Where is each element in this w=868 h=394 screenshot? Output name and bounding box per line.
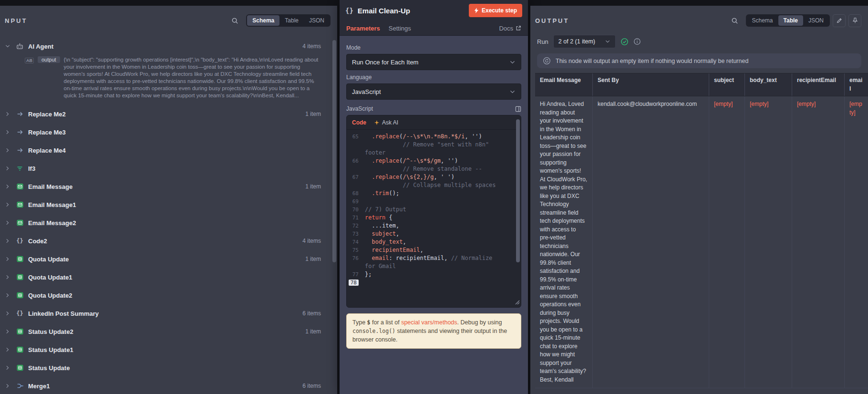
code-line[interactable]: // Collapse multiple spaces (347, 181, 521, 189)
resize-handle-icon[interactable] (515, 299, 520, 306)
input-node-if3[interactable]: If3 (0, 159, 337, 177)
input-node-merge1[interactable]: Merge16 items (0, 377, 337, 394)
input-node-quota-update1[interactable]: Quota Update1 (0, 268, 337, 286)
code-line[interactable]: 66 .replace(/^--\s*$/gm, '') (347, 157, 521, 165)
input-node-code2[interactable]: {}Code24 items (0, 232, 337, 250)
input-node-email-message[interactable]: Email Message1 item (0, 177, 337, 196)
input-scrollbar[interactable] (332, 34, 336, 392)
tab-table[interactable]: Table (279, 15, 304, 26)
item-count: 1 item (305, 328, 321, 335)
code-line[interactable]: 74 body_text, (347, 238, 521, 246)
arrow-icon (15, 110, 24, 118)
code-line[interactable]: 73 subject, (347, 230, 521, 238)
tab-table[interactable]: Table (778, 15, 803, 26)
input-node-quota-update2[interactable]: Quota Update2 (0, 286, 337, 304)
input-node-status-update2[interactable]: Status Update21 item (0, 322, 337, 341)
input-node-replace-me2[interactable]: Replace Me21 item (0, 105, 337, 123)
chevron-right-icon[interactable] (5, 129, 11, 135)
chevron-right-icon[interactable] (5, 202, 11, 207)
run-select[interactable]: 2 of 2 (1 item) (553, 35, 616, 48)
code-line[interactable]: // Remove "sent with n8n" (347, 141, 521, 149)
code-text: recipientEmail, (365, 246, 521, 254)
info-icon[interactable] (633, 38, 641, 45)
code-line[interactable]: 75 recipientEmail, (347, 246, 521, 254)
code-text: .replace(/--\s*\n.*n8n.*$/i, '') (365, 133, 521, 141)
chevron-right-icon[interactable] (5, 166, 11, 171)
tab-schema[interactable]: Schema (247, 15, 279, 26)
table-row[interactable]: Hi Andrea, Loved reading about your invo… (535, 96, 868, 388)
tab-ask-ai[interactable]: Ask AI (374, 119, 398, 126)
code-area[interactable]: 65 .replace(/--\s*\n.*n8n.*$/i, '') // R… (347, 130, 521, 307)
code-editor[interactable]: Code Ask AI 65 .replace(/--\s*\n.*n8n.*$… (346, 115, 521, 308)
table-cell-sent-by: kendall.cook@cloudworkproonline.com (593, 96, 709, 388)
input-node-ai-agent[interactable]: AI Agent4 items (0, 37, 337, 55)
field-name-pill[interactable]: output (38, 56, 60, 63)
chevron-right-icon[interactable] (5, 147, 11, 153)
code-line[interactable]: 67 .replace(/\s{2,}/g, ' ') (347, 173, 521, 181)
chevron-right-icon[interactable] (5, 184, 11, 189)
code-scrollbar-thumb[interactable] (516, 119, 520, 262)
chevron-right-icon[interactable] (5, 274, 11, 280)
output-panel-title: OUTPUT (535, 17, 569, 24)
code-line[interactable]: for Gmail (347, 262, 521, 270)
expand-editor-icon[interactable] (515, 106, 521, 112)
input-node-quota-update[interactable]: Quota Update1 item (0, 250, 337, 268)
line-number: 72 (347, 222, 365, 230)
pencil-icon (836, 17, 843, 24)
chevron-right-icon[interactable] (5, 238, 11, 244)
input-node-status-update[interactable]: Status Update (0, 359, 337, 377)
tab-code[interactable]: Code (352, 119, 366, 126)
code-line[interactable]: // Remove standalone -- (347, 165, 521, 173)
chevron-right-icon[interactable] (5, 347, 11, 353)
input-scrollbar-thumb[interactable] (332, 40, 336, 262)
chevron-right-icon[interactable] (5, 256, 11, 262)
execute-step-button[interactable]: Execute step (469, 4, 522, 17)
input-node-email-message1[interactable]: Email Message1 (0, 196, 337, 214)
chevron-right-icon[interactable] (5, 292, 11, 298)
output-field-preview[interactable]: ABoutput{\n "subject": "supporting growt… (0, 55, 337, 105)
search-icon[interactable] (731, 17, 738, 24)
tab-settings[interactable]: Settings (389, 25, 411, 32)
chevron-right-icon[interactable] (5, 383, 11, 389)
execute-step-label: Execute step (482, 7, 517, 14)
code-line[interactable]: 69 (347, 197, 521, 206)
input-node-replace-me4[interactable]: Replace Me4 (0, 141, 337, 159)
code-line[interactable]: footer (347, 149, 521, 157)
input-node-linkedin-post-summary[interactable]: {}LinkedIn Post Summary6 items (0, 304, 337, 322)
language-select[interactable]: JavaScript (346, 83, 521, 100)
code-line[interactable]: 65 .replace(/--\s*\n.*n8n.*$/i, '') (347, 133, 521, 141)
docs-link[interactable]: Docs (499, 25, 521, 32)
node-label: Quota Update1 (28, 274, 317, 281)
item-count: 1 item (305, 256, 321, 262)
mode-select[interactable]: Run Once for Each Item (346, 54, 521, 70)
code-line[interactable]: 77}; (347, 270, 521, 279)
chevron-right-icon[interactable] (5, 111, 11, 117)
code-line[interactable]: 72 ...item, (347, 222, 521, 230)
line-number: 68 (347, 189, 365, 197)
code-line[interactable]: 71return { (347, 214, 521, 222)
tab-json[interactable]: JSON (803, 15, 829, 26)
code-line[interactable]: 70// 7) Output (347, 206, 521, 214)
code-text: }; (365, 270, 521, 279)
tab-parameters[interactable]: Parameters (346, 25, 380, 32)
tab-schema[interactable]: Schema (747, 15, 778, 26)
input-node-status-update1[interactable]: Status Update1 (0, 341, 337, 359)
hint-text: . Debug by using (457, 319, 502, 326)
input-node-replace-me3[interactable]: Replace Me3 (0, 123, 337, 141)
code-line[interactable]: 76 email: recipientEmail, // Normalize (347, 254, 521, 262)
code-line[interactable]: 78 (347, 279, 521, 287)
input-node-email-message2[interactable]: Email Message2 (0, 214, 337, 232)
chevron-right-icon[interactable] (5, 311, 11, 316)
pin-data-button[interactable] (848, 14, 861, 27)
tab-json[interactable]: JSON (304, 15, 330, 26)
code-line[interactable]: 68 .trim(); (347, 189, 521, 197)
chevron-right-icon[interactable] (5, 329, 11, 334)
chevron-right-icon[interactable] (5, 220, 11, 226)
edit-output-button[interactable] (833, 14, 846, 27)
chevron-right-icon[interactable] (5, 43, 11, 49)
search-icon[interactable] (231, 17, 238, 24)
chevron-down-icon (509, 59, 516, 65)
chevron-right-icon[interactable] (5, 365, 11, 371)
special-vars-link[interactable]: special vars/methods (401, 319, 457, 326)
input-node-tree: AI Agent4 itemsABoutput{\n "subject": "s… (0, 32, 337, 394)
